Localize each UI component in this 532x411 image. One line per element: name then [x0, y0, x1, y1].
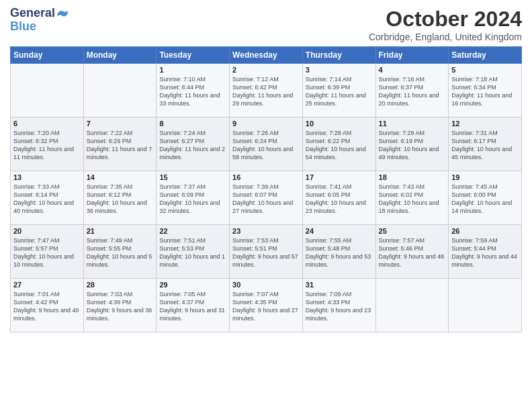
day-number: 23 — [232, 227, 300, 235]
day-detail: Sunrise: 7:59 AMSunset: 5:44 PMDaylight:… — [451, 236, 519, 269]
col-monday: Monday — [83, 47, 157, 64]
day-cell: 21Sunrise: 7:49 AMSunset: 5:55 PMDayligh… — [83, 225, 157, 279]
week-row-3: 13Sunrise: 7:33 AMSunset: 6:14 PMDayligh… — [11, 171, 522, 225]
day-number: 13 — [13, 173, 81, 181]
day-detail: Sunrise: 7:43 AMSunset: 6:02 PMDaylight:… — [379, 183, 446, 216]
day-number: 24 — [306, 227, 373, 235]
day-detail: Sunrise: 7:07 AMSunset: 4:35 PMDaylight:… — [232, 290, 300, 323]
day-detail: Sunrise: 7:10 AMSunset: 6:44 PMDaylight:… — [159, 75, 226, 108]
day-number: 5 — [451, 66, 519, 74]
day-cell: 28Sunrise: 7:03 AMSunset: 4:39 PMDayligh… — [83, 279, 157, 332]
day-cell — [449, 279, 522, 332]
day-detail: Sunrise: 7:26 AMSunset: 6:24 PMDaylight:… — [232, 129, 300, 162]
header: General Blue October 2024 Corbridge, Eng… — [10, 7, 522, 42]
header-row: Sunday Monday Tuesday Wednesday Thursday… — [11, 47, 522, 64]
day-number: 7 — [87, 120, 154, 128]
day-number: 3 — [306, 66, 373, 74]
week-row-5: 27Sunrise: 7:01 AMSunset: 4:42 PMDayligh… — [11, 279, 522, 332]
day-detail: Sunrise: 7:01 AMSunset: 4:42 PMDaylight:… — [13, 290, 81, 323]
day-cell: 15Sunrise: 7:37 AMSunset: 6:09 PMDayligh… — [157, 171, 230, 225]
day-number: 20 — [13, 227, 81, 235]
day-detail: Sunrise: 7:28 AMSunset: 6:22 PMDaylight:… — [306, 129, 373, 162]
day-number: 27 — [13, 281, 81, 289]
day-number: 19 — [451, 173, 519, 181]
day-cell — [375, 279, 449, 332]
day-detail: Sunrise: 7:55 AMSunset: 5:48 PMDaylight:… — [306, 236, 373, 269]
day-cell: 8Sunrise: 7:24 AMSunset: 6:27 PMDaylight… — [157, 118, 230, 171]
day-detail: Sunrise: 7:53 AMSunset: 5:51 PMDaylight:… — [232, 236, 300, 269]
col-tuesday: Tuesday — [157, 47, 230, 64]
week-row-1: 1Sunrise: 7:10 AMSunset: 6:44 PMDaylight… — [11, 64, 522, 118]
month-title: October 2024 — [369, 7, 522, 32]
logo-icon — [56, 7, 69, 19]
day-number: 2 — [232, 66, 300, 74]
calendar-table: Sunday Monday Tuesday Wednesday Thursday… — [10, 46, 522, 332]
day-number: 26 — [451, 227, 519, 235]
day-number: 4 — [379, 66, 446, 74]
col-saturday: Saturday — [449, 47, 522, 64]
day-cell: 16Sunrise: 7:39 AMSunset: 6:07 PMDayligh… — [230, 171, 303, 225]
day-detail: Sunrise: 7:20 AMSunset: 6:32 PMDaylight:… — [13, 129, 81, 162]
day-detail: Sunrise: 7:57 AMSunset: 5:46 PMDaylight:… — [379, 236, 446, 269]
day-cell: 13Sunrise: 7:33 AMSunset: 6:14 PMDayligh… — [11, 171, 84, 225]
day-cell: 17Sunrise: 7:41 AMSunset: 6:05 PMDayligh… — [302, 171, 375, 225]
day-cell: 26Sunrise: 7:59 AMSunset: 5:44 PMDayligh… — [449, 225, 522, 279]
day-detail: Sunrise: 7:03 AMSunset: 4:39 PMDaylight:… — [87, 290, 154, 323]
day-detail: Sunrise: 7:31 AMSunset: 6:17 PMDaylight:… — [451, 129, 519, 162]
day-cell — [11, 64, 84, 118]
day-number: 29 — [159, 281, 226, 289]
day-number: 30 — [232, 281, 300, 289]
day-detail: Sunrise: 7:45 AMSunset: 6:00 PMDaylight:… — [451, 183, 519, 216]
day-cell: 5Sunrise: 7:18 AMSunset: 6:34 PMDaylight… — [449, 64, 522, 118]
day-detail: Sunrise: 7:24 AMSunset: 6:27 PMDaylight:… — [159, 129, 226, 162]
day-cell: 29Sunrise: 7:05 AMSunset: 4:37 PMDayligh… — [157, 279, 230, 332]
day-detail: Sunrise: 7:09 AMSunset: 4:33 PMDaylight:… — [306, 290, 373, 323]
day-number: 15 — [159, 173, 226, 181]
day-detail: Sunrise: 7:16 AMSunset: 6:37 PMDaylight:… — [379, 75, 446, 108]
day-number: 31 — [306, 281, 373, 289]
col-sunday: Sunday — [11, 47, 84, 64]
logo-text-general: General — [10, 7, 55, 20]
day-cell: 25Sunrise: 7:57 AMSunset: 5:46 PMDayligh… — [375, 225, 449, 279]
day-cell — [83, 64, 157, 118]
location: Corbridge, England, United Kingdom — [369, 32, 522, 42]
day-detail: Sunrise: 7:18 AMSunset: 6:34 PMDaylight:… — [451, 75, 519, 108]
logo-text-blue: Blue — [10, 20, 36, 34]
day-number: 6 — [13, 120, 81, 128]
day-cell: 6Sunrise: 7:20 AMSunset: 6:32 PMDaylight… — [11, 118, 84, 171]
day-number: 28 — [87, 281, 154, 289]
day-cell: 27Sunrise: 7:01 AMSunset: 4:42 PMDayligh… — [11, 279, 84, 332]
day-number: 8 — [159, 120, 226, 128]
day-detail: Sunrise: 7:39 AMSunset: 6:07 PMDaylight:… — [232, 183, 300, 216]
day-detail: Sunrise: 7:37 AMSunset: 6:09 PMDaylight:… — [159, 183, 226, 216]
logo: General Blue — [10, 7, 69, 34]
day-number: 16 — [232, 173, 300, 181]
day-number: 21 — [87, 227, 154, 235]
day-cell: 2Sunrise: 7:12 AMSunset: 6:42 PMDaylight… — [230, 64, 303, 118]
day-number: 10 — [306, 120, 373, 128]
day-cell: 3Sunrise: 7:14 AMSunset: 6:39 PMDaylight… — [302, 64, 375, 118]
day-number: 18 — [379, 173, 446, 181]
day-detail: Sunrise: 7:35 AMSunset: 6:12 PMDaylight:… — [87, 183, 154, 216]
day-detail: Sunrise: 7:51 AMSunset: 5:53 PMDaylight:… — [159, 236, 226, 269]
day-detail: Sunrise: 7:05 AMSunset: 4:37 PMDaylight:… — [159, 290, 226, 323]
day-number: 17 — [306, 173, 373, 181]
day-number: 9 — [232, 120, 300, 128]
day-cell: 20Sunrise: 7:47 AMSunset: 5:57 PMDayligh… — [11, 225, 84, 279]
day-number: 1 — [159, 66, 226, 74]
day-cell: 23Sunrise: 7:53 AMSunset: 5:51 PMDayligh… — [230, 225, 303, 279]
title-block: October 2024 Corbridge, England, United … — [369, 7, 522, 42]
col-wednesday: Wednesday — [230, 47, 303, 64]
day-number: 12 — [451, 120, 519, 128]
day-cell: 14Sunrise: 7:35 AMSunset: 6:12 PMDayligh… — [83, 171, 157, 225]
day-cell: 10Sunrise: 7:28 AMSunset: 6:22 PMDayligh… — [302, 118, 375, 171]
day-cell: 18Sunrise: 7:43 AMSunset: 6:02 PMDayligh… — [375, 171, 449, 225]
day-detail: Sunrise: 7:22 AMSunset: 6:29 PMDaylight:… — [87, 129, 154, 162]
day-cell: 22Sunrise: 7:51 AMSunset: 5:53 PMDayligh… — [157, 225, 230, 279]
calendar-page: General Blue October 2024 Corbridge, Eng… — [0, 0, 532, 411]
day-number: 22 — [159, 227, 226, 235]
day-detail: Sunrise: 7:47 AMSunset: 5:57 PMDaylight:… — [13, 236, 81, 269]
day-detail: Sunrise: 7:41 AMSunset: 6:05 PMDaylight:… — [306, 183, 373, 216]
day-detail: Sunrise: 7:12 AMSunset: 6:42 PMDaylight:… — [232, 75, 300, 108]
day-cell: 30Sunrise: 7:07 AMSunset: 4:35 PMDayligh… — [230, 279, 303, 332]
